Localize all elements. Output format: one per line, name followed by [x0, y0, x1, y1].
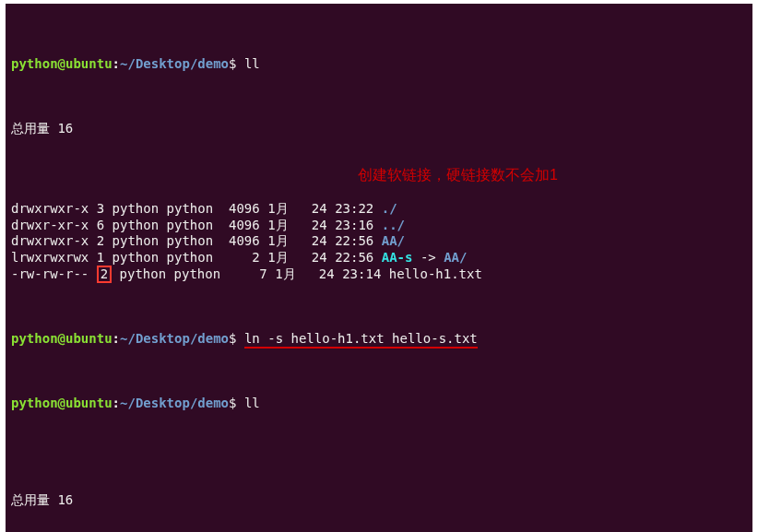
- link-target: AA/: [444, 250, 467, 265]
- file-name: AA-s: [382, 250, 413, 265]
- listing-row: drwxr-xr-x 6 python python 4096 1月 24 23…: [11, 218, 747, 234]
- file-name: ./: [382, 201, 397, 216]
- total-line-2: 总用量 16: [11, 492, 747, 509]
- prompt-colon: :: [113, 331, 120, 346]
- listing-row: drwxrwxr-x 2 python python 4096 1月 24 22…: [11, 233, 747, 250]
- prompt-user: python: [11, 331, 58, 346]
- prompt-line: python@ubuntu:~/Desktop/demo$ ll: [11, 396, 747, 412]
- listing-row: lrwxrwxrwx 1 python python 2 1月 24 22:56…: [11, 250, 747, 266]
- listing-row: drwxrwxr-x 3 python python 4096 1月 24 23…: [11, 201, 747, 218]
- prompt-host: ubuntu: [65, 56, 113, 71]
- prompt-at: @: [58, 396, 65, 410]
- prompt-dollar: $: [229, 331, 236, 346]
- prompt-at: @: [58, 56, 65, 71]
- prompt-path: ~/Desktop/demo: [120, 331, 229, 346]
- file-name: hello-h1.txt: [389, 266, 482, 281]
- prompt-dollar: $: [229, 56, 236, 71]
- prompt-user: python: [11, 56, 58, 71]
- prompt-dollar: $: [229, 396, 236, 410]
- file-name: ../: [382, 218, 405, 232]
- prompt-colon: :: [113, 396, 120, 410]
- prompt-at: @: [58, 331, 65, 346]
- total-line: 总用量 16: [11, 121, 747, 137]
- prompt-line: python@ubuntu:~/Desktop/demo$ ln -s hell…: [11, 331, 747, 348]
- prompt-host: ubuntu: [65, 396, 113, 410]
- cmd-ll-2: ll: [244, 396, 260, 410]
- prompt-path: ~/Desktop/demo: [120, 396, 229, 410]
- annotation-softlink: 创建软链接，硬链接数不会加1: [358, 166, 558, 184]
- cmd-ll: ll: [244, 56, 260, 71]
- prompt-path: ~/Desktop/demo: [120, 56, 229, 71]
- link-count-highlight: 2: [97, 266, 112, 283]
- prompt-user: python: [11, 396, 58, 410]
- file-name: AA/: [382, 233, 405, 248]
- prompt-line: python@ubuntu:~/Desktop/demo$ ll: [11, 56, 747, 73]
- arrow: ->: [412, 250, 444, 265]
- prompt-colon: :: [113, 56, 120, 71]
- cmd-ln-soft: ln -s hello-h1.txt hello-s.txt: [244, 331, 478, 349]
- prompt-host: ubuntu: [65, 331, 113, 346]
- listing-row: -rw-rw-r-- 2 python python 7 1月 24 23:14…: [11, 266, 747, 283]
- terminal-1[interactable]: python@ubuntu:~/Desktop/demo$ ll 总用量 16 …: [6, 4, 752, 532]
